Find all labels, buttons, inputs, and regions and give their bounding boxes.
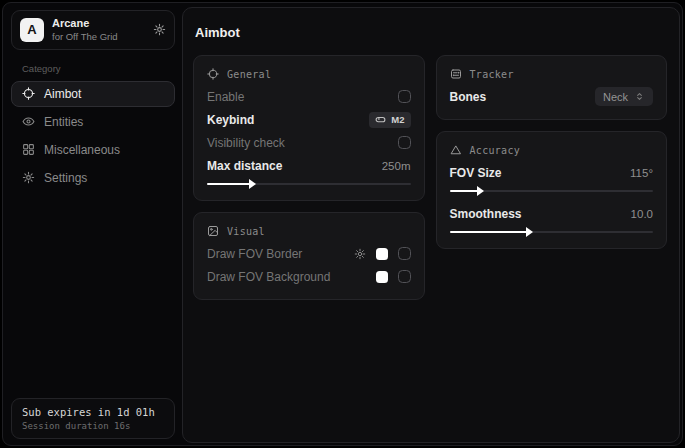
- crosshair-icon: [207, 68, 219, 80]
- grid-icon: [22, 143, 35, 156]
- max-distance-row: Max distance 250m: [207, 154, 411, 177]
- fov-size-slider[interactable]: [450, 185, 654, 196]
- gear-icon[interactable]: [153, 23, 166, 36]
- settings-gear-icon: [22, 171, 35, 184]
- tracker-card: Tracker Bones Neck: [436, 55, 668, 120]
- sidebar-item-settings[interactable]: Settings: [11, 165, 175, 191]
- page-title: Aimbot: [195, 25, 667, 40]
- color-swatch[interactable]: [376, 248, 388, 260]
- card-title: Visual: [227, 226, 265, 237]
- general-card-header: General: [207, 68, 411, 80]
- card-title: Tracker: [470, 69, 514, 80]
- sidebar-item-miscellaneous[interactable]: Miscellaneous: [11, 137, 175, 163]
- max-distance-slider[interactable]: [207, 178, 411, 189]
- sidebar-item-label: Entities: [44, 115, 83, 129]
- session-duration-text: Session duration 16s: [22, 421, 164, 431]
- draw-fov-background-checkbox[interactable]: [398, 270, 411, 283]
- color-swatch[interactable]: [376, 271, 388, 283]
- chevrons-up-down-icon: [634, 91, 645, 102]
- app-window: A Arcane for Off The Grid Category Aimbo…: [2, 2, 683, 446]
- card-title: Accuracy: [470, 145, 521, 156]
- fov-size-row: FOV Size 115°: [450, 161, 654, 184]
- sidebar-item-label: Miscellaneous: [44, 143, 120, 157]
- visibility-check-row: Visibility check: [207, 131, 411, 154]
- smoothness-value: 10.0: [631, 208, 653, 220]
- accuracy-card-header: Accuracy: [450, 144, 654, 156]
- bones-selected-value: Neck: [603, 91, 628, 103]
- image-icon: [207, 225, 219, 237]
- sidebar-item-aimbot[interactable]: Aimbot: [11, 81, 175, 107]
- enable-checkbox[interactable]: [398, 90, 411, 103]
- left-column: General Enable Keybind: [193, 55, 425, 300]
- draw-fov-background-controls: [376, 270, 411, 283]
- sidebar-item-entities[interactable]: Entities: [11, 109, 175, 135]
- slider-thumb[interactable]: [477, 186, 484, 196]
- subscription-card: Sub expires in 1d 01h Session duration 1…: [11, 398, 175, 439]
- draw-fov-background-label: Draw FOV Background: [207, 270, 330, 284]
- smoothness-row: Smoothness 10.0: [450, 202, 654, 225]
- sub-expires-text: Sub expires in 1d 01h: [22, 406, 164, 418]
- crosshair-icon: [22, 87, 35, 100]
- max-distance-label: Max distance: [207, 159, 282, 173]
- visual-card-header: Visual: [207, 225, 411, 237]
- gear-icon[interactable]: [354, 248, 366, 260]
- sidebar-item-label: Settings: [44, 171, 87, 185]
- draw-fov-border-label: Draw FOV Border: [207, 247, 302, 261]
- slider-fill: [207, 183, 250, 185]
- visibility-check-label: Visibility check: [207, 136, 285, 150]
- smoothness-slider[interactable]: [450, 226, 654, 237]
- general-card: General Enable Keybind: [193, 55, 425, 201]
- draw-fov-border-row: Draw FOV Border: [207, 242, 411, 265]
- sidebar-item-label: Aimbot: [44, 87, 81, 101]
- app-logo: A: [20, 18, 44, 42]
- right-column: Tracker Bones Neck: [436, 55, 668, 249]
- category-label: Category: [22, 63, 175, 74]
- visibility-check-checkbox[interactable]: [398, 136, 411, 149]
- mouse-icon: [375, 114, 386, 125]
- accuracy-card: Accuracy FOV Size 115° Smoothness: [436, 131, 668, 249]
- bones-row: Bones Neck: [450, 85, 654, 108]
- app-subtitle: for Off The Grid: [52, 31, 118, 43]
- brand-text: Arcane for Off The Grid: [52, 17, 118, 43]
- keybind-button[interactable]: M2: [369, 112, 410, 128]
- sidebar: A Arcane for Off The Grid Category Aimbo…: [3, 3, 183, 445]
- app-name: Arcane: [52, 17, 118, 31]
- slider-fill: [450, 190, 478, 192]
- fov-size-value: 115°: [630, 167, 653, 179]
- keybind-value: M2: [391, 114, 404, 125]
- scan-lines-icon: [450, 68, 462, 80]
- keybind-row: Keybind M2: [207, 108, 411, 131]
- smoothness-label: Smoothness: [450, 207, 522, 221]
- card-columns: General Enable Keybind: [193, 55, 667, 300]
- draw-fov-background-row: Draw FOV Background: [207, 265, 411, 288]
- slider-thumb[interactable]: [249, 179, 256, 189]
- triangle-icon: [450, 144, 462, 156]
- enable-label: Enable: [207, 90, 244, 104]
- slider-thumb[interactable]: [526, 227, 533, 237]
- visual-card: Visual Draw FOV Border: [193, 212, 425, 300]
- slider-fill: [450, 231, 527, 233]
- main-panel: Aimbot General Enable: [182, 7, 680, 443]
- enable-row: Enable: [207, 85, 411, 108]
- max-distance-value: 250m: [382, 160, 411, 172]
- draw-fov-border-checkbox[interactable]: [398, 247, 411, 260]
- keybind-label: Keybind: [207, 113, 254, 127]
- bones-select[interactable]: Neck: [595, 87, 653, 106]
- bones-label: Bones: [450, 90, 487, 104]
- card-title: General: [227, 69, 271, 80]
- brand-card: A Arcane for Off The Grid: [11, 10, 175, 50]
- fov-size-label: FOV Size: [450, 166, 502, 180]
- tracker-card-header: Tracker: [450, 68, 654, 80]
- eye-icon: [22, 115, 35, 128]
- draw-fov-border-controls: [354, 247, 411, 260]
